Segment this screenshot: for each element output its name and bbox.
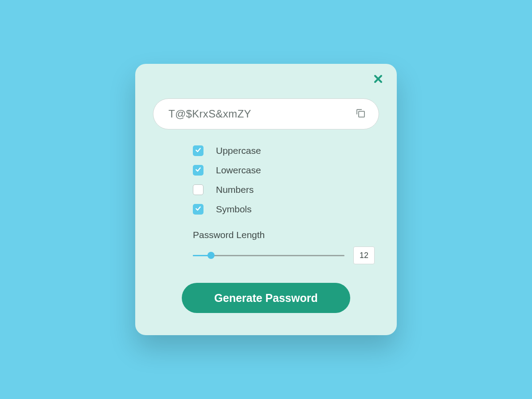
checkbox-uppercase[interactable]: [193, 145, 203, 156]
option-label: Symbols: [216, 204, 252, 215]
copy-button[interactable]: [355, 108, 366, 120]
option-lowercase: Lowercase: [193, 165, 379, 176]
checkbox-lowercase[interactable]: [193, 165, 203, 176]
svg-rect-2: [359, 111, 364, 117]
slider-thumb[interactable]: [207, 252, 215, 259]
option-numbers: Numbers: [193, 184, 379, 195]
check-icon: [195, 205, 202, 214]
close-icon: [373, 74, 383, 86]
length-slider[interactable]: [193, 251, 344, 259]
close-button[interactable]: [372, 74, 384, 86]
option-label: Numbers: [216, 184, 254, 195]
slider-row: 12: [193, 246, 375, 264]
length-label: Password Length: [193, 230, 375, 240]
length-value[interactable]: 12: [353, 246, 375, 264]
checkbox-symbols[interactable]: [193, 204, 203, 215]
option-symbols: Symbols: [193, 204, 379, 215]
option-uppercase: Uppercase: [193, 145, 379, 156]
generate-button[interactable]: Generate Password: [182, 283, 350, 313]
password-text: T@$KrxS&xmZY: [168, 108, 251, 120]
checkbox-numbers[interactable]: [193, 184, 203, 195]
copy-icon: [355, 108, 366, 120]
slider-track: [193, 255, 344, 256]
options-list: Uppercase Lowercase Numbers: [153, 145, 379, 215]
option-label: Lowercase: [216, 165, 261, 176]
password-generator-card: T@$KrxS&xmZY Uppercase: [135, 64, 397, 335]
length-section: Password Length 12: [153, 230, 379, 264]
check-icon: [195, 146, 202, 155]
option-label: Uppercase: [216, 145, 261, 156]
password-output-field: T@$KrxS&xmZY: [153, 98, 379, 129]
check-icon: [195, 166, 202, 175]
